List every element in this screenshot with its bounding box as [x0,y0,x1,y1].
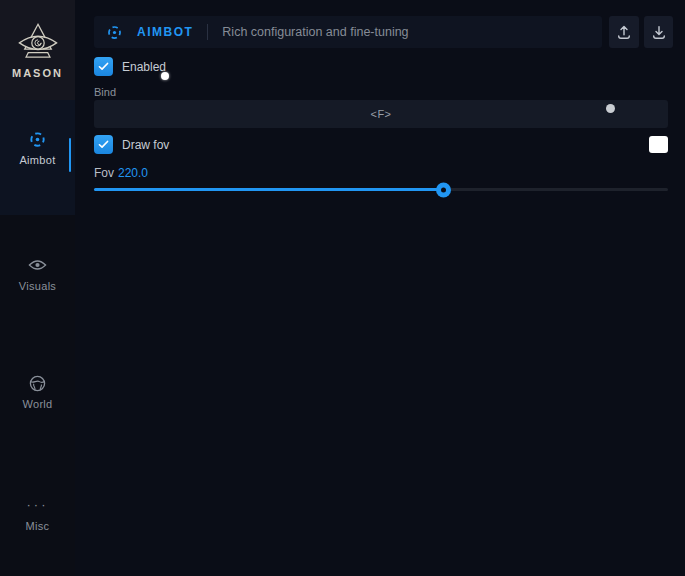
bind-input[interactable]: <F> [94,100,668,128]
import-config-button[interactable] [644,16,673,48]
slider-fill [94,188,444,191]
fov-label-text: Fov [94,166,114,180]
eye-icon [28,256,47,274]
enabled-label: Enabled [122,60,166,74]
active-indicator [69,138,71,172]
divider [207,24,208,40]
page-header: AIMBOT Rich configuration and fine-tunin… [94,16,602,48]
check-icon [98,62,109,71]
sidebar-item-label: Misc [26,520,50,532]
bind-dot [606,104,615,113]
bind-value: <F> [370,108,391,120]
page-subtitle: Rich configuration and fine-tuning [222,25,408,39]
sidebar-item-aimbot[interactable]: Aimbot [0,130,75,166]
mason-menu-window: MASON Aimbot Visuals [0,0,685,576]
ellipsis-icon: ··· [27,496,49,514]
draw-fov-checkbox[interactable] [94,135,113,154]
sidebar-item-visuals[interactable]: Visuals [0,256,75,292]
logo: MASON [0,0,75,100]
fov-label: Fov220.0 [94,166,148,180]
sidebar: MASON Aimbot Visuals [0,0,75,576]
sidebar-item-label: World [22,398,52,410]
fov-slider[interactable] [94,187,668,192]
download-icon [651,25,667,40]
sidebar-item-misc[interactable]: ··· Misc [0,496,75,532]
enabled-checkbox[interactable] [94,57,113,76]
eye-pyramid-logo-icon [15,21,61,63]
fov-value: 220.0 [118,166,148,180]
cursor-dot [161,72,169,80]
globe-icon [29,374,46,392]
bind-label: Bind [94,86,116,98]
sidebar-item-label: Visuals [19,280,56,292]
crosshair-icon [28,130,47,148]
sidebar-active-section: Aimbot [0,100,75,215]
sidebar-item-label: Aimbot [19,154,55,166]
sidebar-item-world[interactable]: World [0,374,75,410]
export-config-button[interactable] [609,16,639,48]
upload-icon [616,25,632,40]
draw-fov-label: Draw fov [122,138,169,152]
slider-thumb[interactable] [436,182,451,197]
check-icon [98,140,109,149]
page-title: AIMBOT [137,25,193,39]
logo-text: MASON [12,67,63,79]
fov-color-picker[interactable] [649,136,668,153]
crosshair-icon [106,24,123,41]
